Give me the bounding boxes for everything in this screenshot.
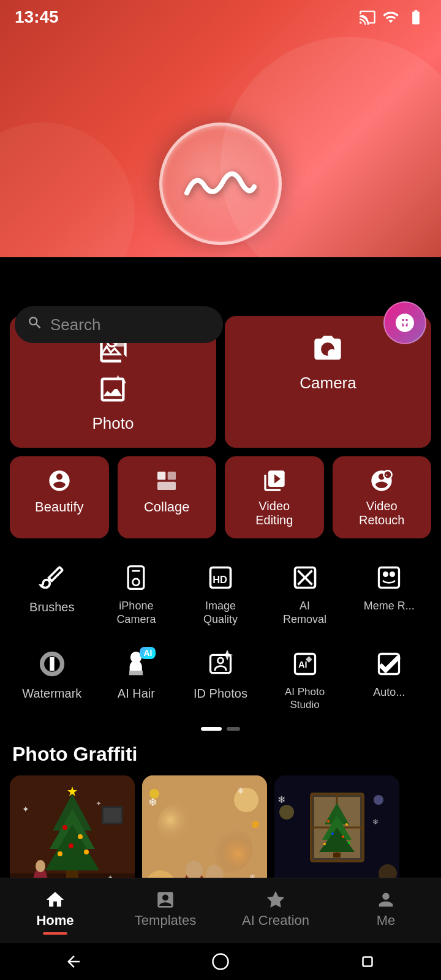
battery-icon — [405, 9, 426, 26]
svg-text:✦: ✦ — [22, 804, 29, 814]
recents-button[interactable] — [356, 951, 379, 973]
svg-rect-10 — [379, 568, 399, 588]
nav-home[interactable]: Home — [0, 878, 110, 943]
svg-rect-33 — [104, 808, 121, 823]
svg-point-14 — [217, 658, 223, 663]
svg-point-68 — [331, 832, 334, 835]
beautify-icon — [47, 469, 72, 493]
auto-label: Auto... — [373, 686, 405, 699]
main-content: Photo Camera Beautify — [0, 306, 441, 957]
svg-point-71 — [348, 842, 350, 844]
nav-ai-creation[interactable]: AI Creation — [221, 878, 331, 943]
svg-point-84 — [213, 954, 228, 970]
brushes-tool[interactable]: Brushes — [10, 553, 94, 635]
svg-point-66 — [327, 820, 330, 823]
watermark-label: Watermark — [22, 686, 81, 701]
meme-label: Meme R... — [364, 600, 415, 613]
svg-point-26 — [69, 843, 74, 848]
brushes-label: Brushes — [29, 600, 74, 614]
collage-button[interactable]: Collage — [118, 456, 217, 538]
id-photos-icon-wrap — [207, 650, 234, 680]
svg-point-70 — [323, 843, 326, 845]
svg-rect-2 — [157, 482, 176, 490]
id-photos-tool[interactable]: ID Photos — [178, 639, 263, 720]
ai-hair-label: AI Hair — [118, 686, 155, 701]
ai-removal-tool[interactable]: AIRemoval — [263, 553, 347, 635]
small-action-buttons: Beautify Collage Video Editing — [10, 456, 431, 538]
brushes-icon — [39, 564, 66, 591]
svg-point-12 — [391, 573, 394, 576]
camera-label: Camera — [300, 374, 356, 393]
nav-templates[interactable]: Templates — [110, 878, 221, 943]
iphone-camera-label: iPhoneCamera — [116, 600, 156, 626]
home-icon — [45, 889, 66, 910]
ai-creation-icon — [265, 889, 286, 910]
status-time: 13:45 — [15, 7, 59, 27]
svg-text:❄: ❄ — [277, 794, 285, 805]
cast-icon — [359, 9, 376, 26]
recents-icon — [358, 952, 377, 971]
video-editing-button[interactable]: Video Editing — [225, 456, 324, 538]
ai-hair-tool[interactable]: AI AI Hair — [94, 639, 179, 720]
svg-point-41 — [157, 803, 200, 846]
ai-hair-icon-wrap: AI — [123, 650, 149, 680]
svg-rect-3 — [270, 472, 284, 473]
svg-text:❄: ❄ — [148, 796, 157, 809]
ai-photo-studio-tool[interactable]: AI AI PhotoStudio — [263, 639, 347, 720]
iphone-camera-icon-wrap — [123, 564, 149, 594]
iphone-camera-icon — [123, 564, 149, 591]
home-button[interactable] — [209, 951, 232, 973]
video-retouch-button[interactable]: Video Retouch — [333, 456, 432, 538]
ai-photo-studio-icon: AI — [292, 650, 318, 677]
iphone-camera-tool[interactable]: iPhoneCamera — [94, 553, 179, 635]
svg-rect-0 — [157, 472, 165, 480]
dot-active — [201, 727, 222, 731]
bottom-nav: Home Templates AI Creation Me — [0, 878, 441, 943]
app-logo — [159, 123, 282, 245]
svg-text:❄: ❄ — [237, 786, 244, 796]
collage-label: Collage — [144, 499, 190, 515]
home-circle-icon — [211, 952, 230, 971]
nav-me-label: Me — [377, 913, 396, 929]
nav-home-label: Home — [36, 913, 74, 929]
tools-row-1: Brushes iPhoneCamera HD ImageQuality — [10, 553, 431, 635]
image-quality-icon: HD — [207, 564, 234, 591]
ai-removal-icon-wrap — [292, 564, 318, 594]
nav-me[interactable]: Me — [331, 878, 441, 943]
svg-point-27 — [84, 850, 89, 854]
meme-tool[interactable]: Meme R... — [347, 553, 431, 635]
ai-removal-icon — [292, 564, 318, 591]
svg-point-4 — [384, 470, 392, 478]
watermark-tool[interactable]: Watermark — [10, 639, 94, 720]
hero-banner — [0, 0, 441, 257]
nav-templates-label: Templates — [135, 913, 196, 929]
logo-svg — [181, 159, 260, 208]
video-editing-label: Video Editing — [255, 499, 293, 527]
svg-point-69 — [342, 835, 344, 838]
auto-icon — [375, 650, 402, 677]
ai-photo-studio-label: AI PhotoStudio — [285, 686, 325, 711]
profile-button[interactable] — [383, 301, 426, 344]
back-button[interactable] — [62, 951, 85, 973]
photo-label: Photo — [92, 414, 134, 433]
back-icon — [64, 952, 83, 971]
auto-icon-wrap — [375, 650, 402, 680]
photo-magic-icon — [97, 374, 129, 405]
beautify-button[interactable]: Beautify — [10, 456, 109, 538]
image-quality-tool[interactable]: HD ImageQuality — [178, 553, 263, 635]
svg-text:❄: ❄ — [372, 818, 379, 826]
svg-text:AI: AI — [298, 660, 307, 669]
search-placeholder: Search — [50, 315, 100, 334]
video-editing-icon — [262, 469, 287, 493]
svg-point-77 — [374, 795, 383, 805]
collage-icon — [154, 469, 179, 493]
svg-rect-1 — [168, 472, 176, 480]
svg-point-50 — [252, 821, 259, 828]
search-bar[interactable]: Search — [15, 306, 223, 343]
svg-rect-65 — [333, 853, 341, 858]
ai-photo-studio-icon-wrap: AI — [292, 650, 318, 680]
auto-tool[interactable]: Auto... — [347, 639, 431, 720]
meme-icon — [375, 564, 402, 591]
svg-point-11 — [384, 573, 388, 576]
video-retouch-label: Video Retouch — [359, 499, 405, 527]
